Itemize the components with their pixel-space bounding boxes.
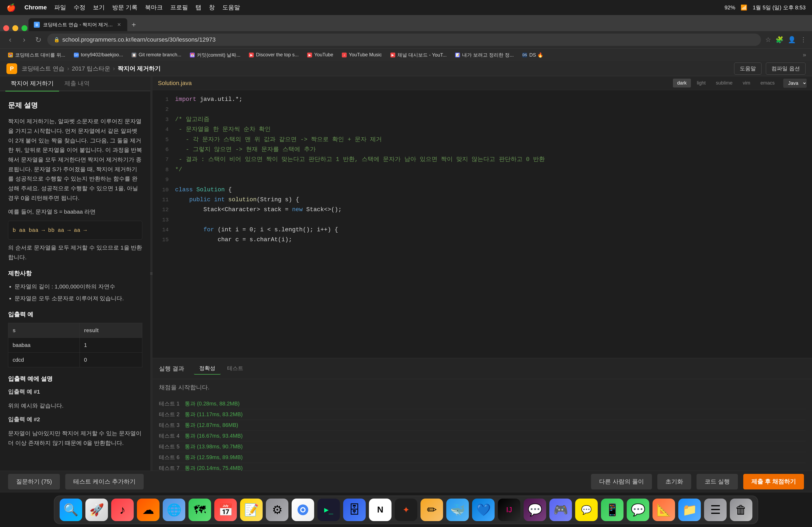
ask-button[interactable]: 질문하기 (75) [8,474,60,490]
dock-figma[interactable]: ✦ [395,499,417,521]
bookmark-item-ytdash[interactable]: ▶ 채널 대시보드 - YouT... [387,50,450,60]
menu-profile[interactable]: 프로필 [170,3,188,12]
theme-vim-btn[interactable]: vim [738,79,755,88]
theme-buttons: dark light sublime vim emacs [673,79,779,88]
menu-dots[interactable]: ⋮ [800,36,807,44]
dock-iterm[interactable]: ▶_ [317,499,340,521]
test-num-3: 테스트 4 [159,432,180,439]
menu-bookmarks[interactable]: 북마크 [145,3,163,12]
dock-kakao[interactable]: 💬 [575,499,598,521]
dock-launchpad[interactable]: 🚀 [85,499,108,521]
submit-button[interactable]: 제출 후 채점하기 [743,474,804,490]
code-text-7: - 결과 : 스택이 비어 있으면 짝이 맞는다고 판단하고 1 반환, 스택에… [175,154,808,165]
menu-help[interactable]: 도움말 [222,3,240,12]
theme-emacs-btn[interactable]: emacs [756,79,779,88]
new-tab-button[interactable]: + [128,19,139,30]
dock-files[interactable]: 📁 [678,499,701,521]
tab-problem[interactable]: 짝지어 제거하기 [5,76,59,91]
bookmark-item-youtube[interactable]: ▶ YouTube [303,50,337,59]
menu-history[interactable]: 방문 기록 [112,3,137,12]
editor-header: Solution.java dark light sublime vim ema… [153,76,812,90]
dock-music[interactable]: ♪ [111,499,134,521]
dock-discord[interactable]: 🎮 [549,499,572,521]
close-button[interactable] [3,25,9,31]
dock-pencil[interactable]: ✏ [420,499,443,521]
results-tab-tests[interactable]: 테스트 [222,362,249,375]
bookmark-item-0[interactable]: 📚 코딩테스트 대비를 위... [4,50,69,60]
bookmark-item-1[interactable]: GH tony9402/baekjoo... [70,50,127,59]
dock-notion[interactable]: N [369,499,392,521]
dock-calendar[interactable]: 📅 [214,499,237,521]
test-result-4: 테스트 5 통과 (13.98ms, 90.7MB) [159,441,806,452]
bookmark-item-ytmusic[interactable]: ♪ YouTube Music [338,50,386,59]
theme-light-btn[interactable]: light [693,79,710,88]
line-num-5: 5 [157,135,169,144]
add-test-button[interactable]: 테스트 케이스 추가하기 [65,474,144,490]
language-selector[interactable]: Java [783,79,807,88]
test-result-1: 테스트 2 통과 (11.17ms, 83.2MB) [159,409,806,420]
dock-slack[interactable]: 💬 [524,499,546,521]
compile-options-button[interactable]: 컴파일 옵션 [766,62,806,75]
dock-vscode[interactable]: 💙 [472,499,495,521]
panel-divider[interactable]: ≡ [150,76,153,471]
constraint-1: 문자열은 모두 소문자로 이루어져 있습니다. [14,293,142,303]
address-input[interactable]: 🔒 school.programmers.co.kr/learn/courses… [47,33,761,46]
active-tab[interactable]: 🖥 코딩테스트 연습 - 짝지어 제거하기 ✕ [28,18,127,31]
dock-keynote[interactable]: 📐 [653,499,675,521]
apple-menu[interactable]: 🍎 [6,3,16,12]
run-button[interactable]: 코드 실행 [697,474,738,490]
dock-finder[interactable]: 🔍 [60,499,82,521]
problem-description: 짝지어 제거하기는, 알파벳 소문자로 이루어진 문자열을 가지고 시작합니다.… [8,117,142,202]
help-button[interactable]: 도움말 [734,62,762,75]
bookmark-item-ds[interactable]: DS DS 🔥 [519,50,547,60]
dock-db[interactable]: 🗄 [343,499,366,521]
dock-soundcloud[interactable]: ☁ [137,499,160,521]
breadcrumb-root[interactable]: 코딩테스트 연습 [21,65,64,73]
menu-tab[interactable]: 탭 [195,3,201,12]
bookmarks-more-button[interactable]: » [801,50,808,60]
dock-network[interactable]: 🌐 [163,499,185,521]
theme-dark-btn[interactable]: dark [673,79,691,88]
breadcrumb-current: 짝지어 제거하기 [118,65,161,73]
dock-notes[interactable]: 📝 [240,499,263,521]
dock-chrome[interactable] [292,499,314,521]
dock-settings[interactable]: ⚙ [266,499,288,521]
dock-facetime[interactable]: 📱 [601,499,624,521]
dock-trash[interactable]: 🗑 [730,499,752,521]
menu-view[interactable]: 보기 [93,3,105,12]
dock-controlcenter[interactable]: ☰ [704,499,727,521]
bookmark-favicon-1: GH [74,52,79,57]
extensions-btn[interactable]: 🧩 [775,36,784,44]
bookmarks-bar: 📚 코딩테스트 대비를 위... GH tony9402/baekjoo... … [0,48,812,61]
tab-close-button[interactable]: ✕ [116,22,122,28]
code-line-14: 14 for (int i = 0; i < s.length(); i++) … [153,225,812,235]
bookmark-item-notes[interactable]: 📝 내가 보려고 정리한 정... [451,50,518,60]
theme-sublime-btn[interactable]: sublime [712,79,737,88]
fullscreen-button[interactable] [21,25,27,31]
bookmark-item-2[interactable]: 📋 Git remote branch... [128,50,185,59]
menu-battery: 92% [724,4,735,11]
menu-window[interactable]: 창 [209,3,215,12]
dock-messages[interactable]: 💬 [627,499,649,521]
menu-chrome[interactable]: Chrome [25,4,47,11]
code-area[interactable]: 1 import java.util.*; 2 3 /* 알고리즘 4 - 문자… [153,90,812,358]
forward-button[interactable]: › [19,35,29,45]
minimize-button[interactable] [12,25,18,31]
line-num-8: 8 [157,165,169,175]
bookmark-star[interactable]: ☆ [765,36,771,44]
dock-maps[interactable]: 🗺 [188,499,211,521]
menu-file[interactable]: 파일 [54,3,66,12]
reload-button[interactable]: ↻ [33,35,43,45]
breadcrumb-mid[interactable]: 2017 팁스타운 [72,65,110,73]
menu-edit[interactable]: 수정 [74,3,85,12]
tab-submissions[interactable]: 제출 내역 [59,76,95,91]
init-button[interactable]: 초기화 [657,474,691,490]
bookmark-item-4[interactable]: ▶ Discover the top s... [245,50,302,59]
back-button[interactable]: ‹ [5,35,15,45]
dock-docker[interactable]: 🐳 [446,499,469,521]
profile-btn[interactable]: 👤 [788,36,796,44]
results-tab-accuracy[interactable]: 정확성 [194,362,221,375]
bookmark-item-3[interactable]: 📅 커밋(commit) 날짜... [186,50,244,60]
dock-intellij[interactable]: IJ [498,499,520,521]
others-solution-button[interactable]: 다른 사람의 풀이 [591,474,652,490]
